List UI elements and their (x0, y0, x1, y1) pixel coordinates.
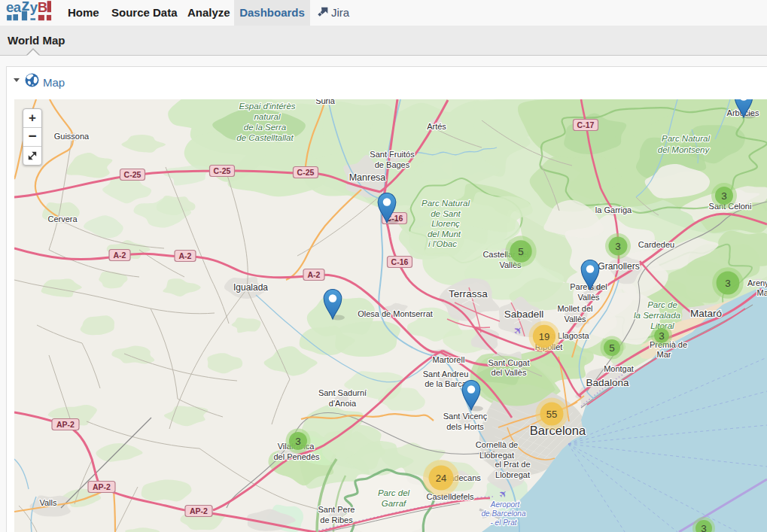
svg-text:Sabadell: Sabadell (504, 309, 544, 320)
svg-text:Vallès: Vallès (564, 315, 586, 324)
svg-text:Granollers: Granollers (598, 261, 639, 272)
svg-text:Llobregat: Llobregat (479, 451, 514, 460)
svg-text:de Barcelona: de Barcelona (482, 509, 526, 518)
svg-text:A-2: A-2 (179, 251, 192, 260)
svg-text:del Munt: del Munt (428, 230, 461, 239)
svg-text:Arenys: Arenys (747, 278, 767, 287)
svg-text:dels Horts: dels Horts (446, 422, 484, 431)
svg-text:Sant Andreu: Sant Andreu (423, 369, 469, 378)
svg-text:Parc Natural: Parc Natural (662, 134, 710, 143)
svg-text:Badalona: Badalona (586, 377, 629, 388)
svg-text:Sant Pere: Sant Pere (318, 505, 355, 514)
svg-text:Vallès: Vallès (577, 293, 600, 302)
svg-text:de la Barca: de la Barca (425, 379, 467, 388)
svg-text:B: B (38, 1, 47, 15)
svg-text:3: 3 (659, 330, 665, 342)
svg-text:Parc de: Parc de (647, 300, 677, 309)
svg-text:C-25: C-25 (124, 170, 142, 179)
svg-text:Guissona: Guissona (54, 132, 90, 141)
svg-text:el Prat de: el Prat de (495, 460, 530, 469)
svg-text:C-16: C-16 (391, 257, 409, 266)
svg-text:Cervera: Cervera (47, 214, 78, 223)
svg-text:3: 3 (721, 190, 727, 202)
svg-text:Espai d'intérès: Espai d'intérès (239, 102, 295, 111)
svg-text:Sant Vicenç: Sant Vicenç (443, 412, 488, 421)
svg-text:24: 24 (436, 473, 446, 484)
svg-text:natural: natural (254, 112, 281, 121)
svg-text:Montgat: Montgat (604, 364, 634, 373)
svg-text:A-2: A-2 (114, 251, 126, 260)
svg-text:de Ribes: de Ribes (320, 515, 353, 524)
svg-text:ea: ea (6, 1, 22, 15)
svg-text:Aeroport: Aeroport (490, 500, 521, 509)
svg-text:3: 3 (701, 523, 707, 532)
svg-text:55: 55 (546, 409, 557, 420)
svg-text:Martorell: Martorell (433, 355, 465, 364)
svg-text:Terrassa: Terrassa (449, 288, 488, 299)
svg-text:Artés: Artés (427, 122, 446, 131)
svg-text:Llobregat: Llobregat (495, 470, 530, 479)
svg-text:AP-2: AP-2 (56, 420, 75, 429)
svg-text:Mollet del: Mollet del (557, 304, 592, 313)
svg-text:C-17: C-17 (577, 120, 595, 129)
svg-text:Parc Natural: Parc Natural (422, 199, 470, 208)
svg-text:Valls: Valls (39, 498, 57, 507)
svg-text:3: 3 (615, 241, 621, 252)
svg-text:Parc del: Parc del (378, 488, 410, 497)
svg-text:del Montseny: del Montseny (658, 145, 711, 154)
svg-text:Sant Fruitós: Sant Fruitós (370, 150, 415, 159)
svg-text:Llorenç: Llorenç (431, 219, 460, 228)
svg-text:la Serralada: la Serralada (634, 311, 680, 320)
svg-text:Súria: Súria (315, 99, 336, 105)
svg-text:Mar: Mar (657, 350, 671, 359)
svg-text:la Garriga: la Garriga (595, 205, 632, 214)
svg-text:Sant Cugat: Sant Cugat (488, 358, 529, 367)
svg-text:d'Anoia: d'Anoia (329, 399, 357, 408)
svg-text:Olesa de Montserrat: Olesa de Montserrat (358, 309, 433, 318)
svg-text:19: 19 (539, 331, 549, 342)
svg-text:AP-2: AP-2 (190, 506, 208, 515)
svg-text:Sant Sadurní: Sant Sadurní (318, 388, 367, 397)
svg-text:5: 5 (518, 246, 524, 257)
svg-text:Cardedeu: Cardedeu (638, 240, 674, 249)
svg-text:del Penedès: del Penedès (273, 452, 320, 461)
svg-text:i l'Obac: i l'Obac (428, 239, 457, 248)
svg-text:del Vallès: del Vallès (492, 368, 527, 377)
svg-text:3: 3 (295, 436, 301, 447)
svg-text:Garraf: Garraf (382, 499, 407, 508)
svg-text:Mataró: Mataró (690, 308, 722, 319)
svg-text:Mar: Mar (757, 288, 767, 297)
svg-text:AP-2: AP-2 (93, 482, 111, 491)
svg-text:3: 3 (725, 278, 731, 289)
svg-text:C-25: C-25 (297, 168, 315, 177)
svg-text:- el Prat: - el Prat (490, 518, 517, 527)
svg-text:Igualada: Igualada (233, 282, 268, 293)
svg-text:A-2: A-2 (308, 270, 321, 279)
svg-text:de la Serra: de la Serra (244, 123, 286, 132)
svg-text:de Castelltallat: de Castelltallat (236, 133, 294, 142)
svg-text:C-25: C-25 (214, 166, 231, 175)
svg-text:Cornellà de: Cornellà de (476, 440, 518, 449)
svg-text:Manresa: Manresa (349, 172, 386, 183)
svg-text:de Sant: de Sant (431, 209, 461, 218)
svg-text:5: 5 (609, 342, 615, 354)
svg-text:de Bages: de Bages (375, 160, 410, 169)
